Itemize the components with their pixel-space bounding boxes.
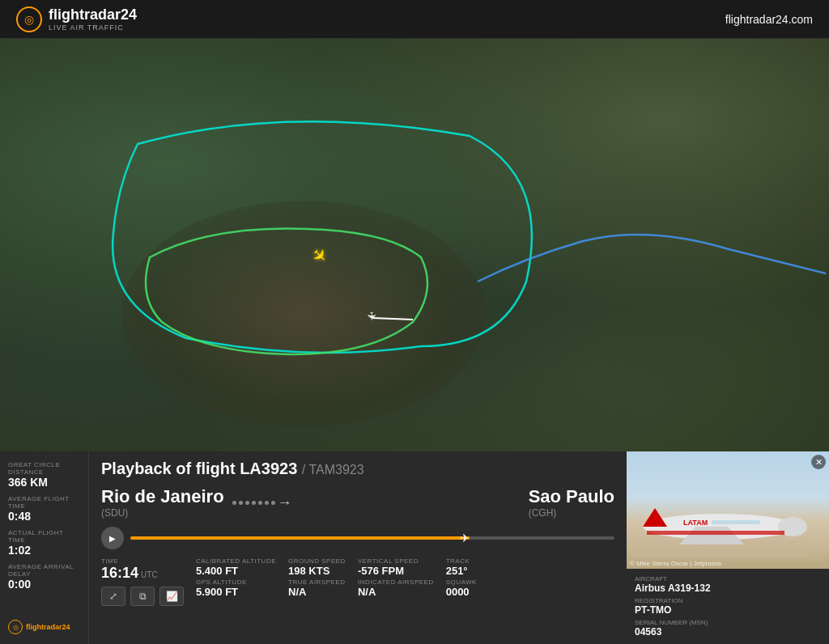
bottom-logo-text: flightradar24 [26, 623, 70, 631]
aircraft-type-col: AIRCRAFT Airbus A319-132 [635, 575, 711, 594]
expand-button[interactable]: ⤢ [101, 587, 125, 606]
distance-stat: GREAT CIRCLE DISTANCE 366 KM [8, 461, 80, 489]
avg-flight-value: 0:48 [8, 510, 80, 523]
squawk-label: SQUAWK [446, 578, 477, 586]
serial-col: SERIAL NUMBER (MSN) 04563 [635, 619, 708, 638]
destination-city: Sao Paulo (CGH) [529, 486, 614, 519]
chart-button[interactable]: 📈 [159, 587, 184, 606]
track-col: TRACK 251° SQUAWK 0000 [446, 557, 477, 598]
svg-marker-4 [643, 508, 667, 527]
speed-col: GROUND SPEED 198 KTS TRUE AIRSPEED N/A [288, 557, 346, 598]
header: ◎ flightradar24 LIVE AIR TRAFFIC flightr… [0, 0, 829, 39]
flightradar-logo-icon: ◎ [16, 6, 42, 32]
svg-text:LATAM: LATAM [683, 519, 708, 527]
altitude-col: CALIBRATED ALTITUDE 5.400 FT GPS ALTITUD… [196, 557, 276, 598]
cal-alt-value: 5.400 FT [196, 565, 276, 577]
logo-text: flightradar24 [49, 6, 137, 23]
vertical-speed-value: -576 FPM [358, 565, 434, 577]
squawk-value: 0000 [446, 586, 477, 598]
flight-paths [0, 39, 829, 451]
aircraft-info: LATAM © Mike Sierra Oscar | Jetphotos ✕ … [627, 451, 829, 644]
aircraft-type-label: AIRCRAFT [635, 575, 711, 583]
svg-rect-7 [647, 531, 784, 535]
ground-speed-value: 198 KTS [288, 565, 346, 577]
flight-data-row: TIME 16:14 UTC ⤢ ⧉ 📈 CALIBRATED ALTITUDE… [101, 557, 614, 606]
aircraft-photo: LATAM © Mike Sierra Oscar | Jetphotos ✕ [627, 451, 829, 569]
website-label: flightradar24.com [725, 13, 813, 26]
route-arrow: → [278, 494, 292, 511]
playback-row[interactable]: ▶ ✈ [101, 527, 614, 549]
logo-area: ◎ flightradar24 LIVE AIR TRAFFIC [16, 6, 137, 32]
aircraft-type-row: AIRCRAFT Airbus A319-132 [635, 575, 821, 594]
bottom-logo: ◎ flightradar24 [8, 620, 80, 634]
dot-4 [252, 501, 256, 505]
track-value: 251° [446, 565, 477, 577]
distance-value: 366 KM [8, 476, 80, 489]
track-label: TRACK [446, 557, 477, 565]
time-col: TIME 16:14 UTC ⤢ ⧉ 📈 [101, 557, 184, 606]
progress-fill [130, 536, 470, 540]
map-area: ✈ ✈ [0, 39, 829, 451]
progress-bar[interactable]: ✈ [130, 536, 614, 540]
avg-delay-label: AVERAGE ARRIVAL DELAY [8, 563, 80, 578]
chart-icon: 📈 [166, 591, 178, 602]
photo-credit: © Mike Sierra Oscar | Jetphotos [630, 560, 721, 567]
gps-alt-label: GPS ALTITUDE [196, 578, 276, 586]
vertical-speed-label: VERTICAL SPEED [358, 557, 434, 565]
indicated-value: N/A [358, 586, 434, 598]
aircraft-details: AIRCRAFT Airbus A319-132 REGISTRATION PT… [627, 569, 829, 644]
time-label: TIME [101, 557, 184, 565]
dot-1 [232, 501, 236, 505]
dot-3 [245, 501, 249, 505]
registration-row: REGISTRATION PT-TMO [635, 597, 821, 616]
ground-speed-label: GROUND SPEED [288, 557, 346, 565]
registration-label: REGISTRATION [635, 597, 682, 604]
serial-label: SERIAL NUMBER (MSN) [635, 619, 708, 626]
flight-number: Playback of flight LA3923 [101, 460, 297, 477]
play-button[interactable]: ▶ [101, 527, 124, 549]
avg-delay-stat: AVERAGE ARRIVAL DELAY 0:00 [8, 563, 80, 591]
indicated-label: INDICATED AIRSPEED [358, 578, 434, 586]
to-city-code: (CGH) [529, 507, 614, 519]
logo-text-group: flightradar24 LIVE AIR TRAFFIC [49, 6, 137, 32]
bottom-logo-icon: ◎ [8, 620, 23, 634]
dot-5 [258, 501, 262, 505]
svg-rect-8 [712, 520, 760, 524]
dot-2 [239, 501, 243, 505]
actual-flight-value: 1:02 [8, 544, 80, 557]
avg-flight-stat: AVERAGE FLIGHT TIME 0:48 [8, 495, 80, 523]
avg-delay-value: 0:00 [8, 578, 80, 591]
time-value: 16:14 [101, 565, 138, 582]
origin-city: Rio de Janeiro (SDU) [101, 486, 224, 519]
route-row: Rio de Janeiro (SDU) → Sao Paulo (CGH) [101, 486, 614, 519]
true-airspeed-label: TRUE AIRSPEED [288, 578, 346, 586]
airplane-marker-2: ✈ [365, 311, 378, 321]
serial-row: SERIAL NUMBER (MSN) 04563 [635, 619, 821, 638]
left-stats-column: GREAT CIRCLE DISTANCE 366 KM AVERAGE FLI… [0, 451, 89, 644]
vertical-speed-col: VERTICAL SPEED -576 FPM INDICATED AIRSPE… [358, 557, 434, 598]
cal-alt-label: CALIBRATED ALTITUDE [196, 557, 276, 565]
dot-6 [265, 501, 269, 505]
route-indicator: → [232, 494, 521, 511]
progress-plane-icon: ✈ [460, 532, 470, 544]
registration-col: REGISTRATION PT-TMO [635, 597, 682, 616]
toolbar-row[interactable]: ⤢ ⧉ 📈 [101, 587, 184, 606]
callsign: / TAM3923 [302, 463, 364, 477]
gps-alt-value: 5.900 FT [196, 586, 276, 598]
from-city-name: Rio de Janeiro [101, 486, 224, 507]
flight-title: Playback of flight LA3923 / TAM3923 [101, 460, 614, 478]
actual-flight-label: ACTUAL FLIGHT TIME [8, 529, 80, 544]
from-city-code: (SDU) [101, 507, 224, 519]
aircraft-illustration: LATAM [631, 496, 809, 557]
center-info: Playback of flight LA3923 / TAM3923 Rio … [89, 451, 627, 644]
info-panel: GREAT CIRCLE DISTANCE 366 KM AVERAGE FLI… [0, 451, 829, 644]
actual-flight-stat: ACTUAL FLIGHT TIME 1:02 [8, 529, 80, 557]
logo-sub: LIVE AIR TRAFFIC [49, 23, 137, 32]
close-photo-button[interactable]: ✕ [811, 455, 826, 469]
dot-7 [271, 501, 275, 505]
true-airspeed-value: N/A [288, 586, 346, 598]
share-button[interactable]: ⧉ [130, 587, 155, 606]
aircraft-type-value: Airbus A319-132 [635, 583, 711, 594]
to-city-name: Sao Paulo [529, 486, 614, 507]
avg-flight-label: AVERAGE FLIGHT TIME [8, 495, 80, 510]
